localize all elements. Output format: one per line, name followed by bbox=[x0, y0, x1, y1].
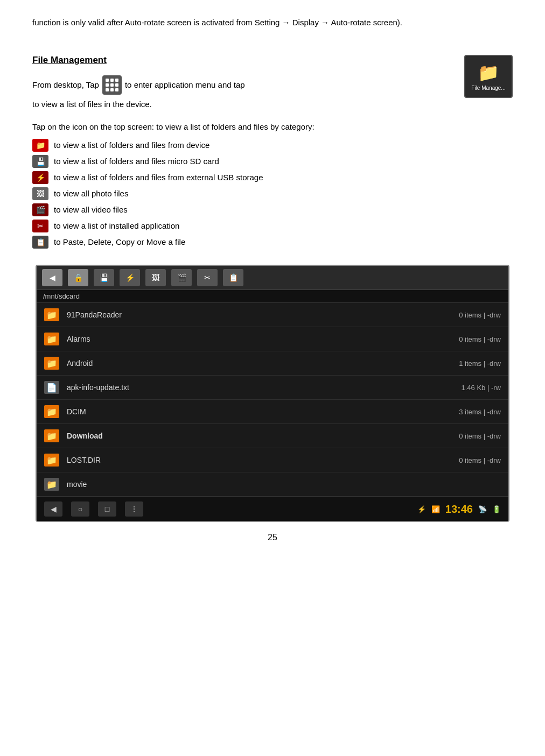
bottom-back-btn[interactable]: ◀ bbox=[44, 501, 62, 517]
middle-text: to enter application menu and tap bbox=[125, 79, 245, 91]
file-row-3[interactable]: 📄 apk-info-update.txt 1.46 Kb | -rw bbox=[37, 376, 508, 400]
battery-icon: 🔋 bbox=[492, 505, 501, 513]
file-row-5[interactable]: 📁 Download 0 items | -drw bbox=[37, 424, 508, 448]
page-number: 25 bbox=[32, 533, 513, 542]
app-drawer-icon bbox=[102, 75, 122, 95]
icon-item-2: ⚡ to view a list of folders and files fr… bbox=[32, 171, 513, 184]
file-manager-icon: 📁 File Manage... bbox=[464, 55, 513, 98]
icon-item-3: 🖼 to view all photo files bbox=[32, 187, 513, 200]
section-title: File Management bbox=[32, 55, 453, 66]
icon-item-label-5: to view a list of installed application bbox=[54, 220, 179, 232]
app-icon: ✂ bbox=[32, 220, 48, 232]
toolbar-paste-btn[interactable]: 📋 bbox=[223, 269, 243, 286]
icon-list: 📁 to view a list of folders and files fr… bbox=[32, 139, 513, 249]
toolbar-app-btn[interactable]: ✂ bbox=[197, 269, 218, 286]
file-name-0: 91PandaReader bbox=[67, 310, 459, 319]
toolbar-back-btn[interactable]: ◀ bbox=[42, 269, 62, 286]
end-text: to view a list of files in the device. bbox=[32, 98, 453, 111]
file-row-7[interactable]: 📁 movie bbox=[37, 472, 508, 497]
folder-icon-7: 📁 bbox=[44, 478, 59, 491]
file-meta-2: 1 items | -drw bbox=[459, 359, 501, 368]
bottom-home-btn[interactable]: ○ bbox=[71, 501, 89, 517]
file-management-header: File Management From desktop, Tap to ent… bbox=[32, 55, 513, 115]
from-desktop-text: From desktop, Tap bbox=[32, 79, 99, 91]
paste-icon: 📋 bbox=[32, 236, 48, 249]
time-display: 13:46 bbox=[445, 503, 473, 515]
file-meta-5: 0 items | -drw bbox=[459, 432, 501, 440]
video-icon: 🎬 bbox=[32, 203, 48, 216]
file-name-3: apk-info-update.txt bbox=[67, 383, 462, 392]
icon-item-1: 💾 to view a list of folders and files mi… bbox=[32, 155, 513, 168]
toolbar-video-btn[interactable]: 🎬 bbox=[171, 269, 192, 286]
file-list: 📁 91PandaReader 0 items | -drw 📁 Alarms … bbox=[37, 303, 508, 497]
folder-icon-5: 📁 bbox=[44, 429, 59, 442]
toolbar-sd-btn[interactable]: 💾 bbox=[94, 269, 114, 286]
path-bar: /mnt/sdcard bbox=[37, 290, 508, 303]
photo-icon: 🖼 bbox=[32, 187, 48, 200]
file-name-2: Android bbox=[67, 359, 459, 368]
file-manager-screenshot: ◀ 🔒 💾 ⚡ 🖼 🎬 ✂ 📋 /mnt/sdcard 📁 91PandaRea… bbox=[36, 265, 509, 522]
icon-item-6: 📋 to Paste, Delete, Copy or Move a file bbox=[32, 236, 513, 249]
icon-item-label-1: to view a list of folders and files micr… bbox=[54, 156, 219, 168]
screenshot-toolbar: ◀ 🔒 💾 ⚡ 🖼 🎬 ✂ 📋 bbox=[37, 266, 508, 290]
device-icon: 📁 bbox=[32, 139, 48, 152]
folder-icon-0: 📁 bbox=[44, 308, 59, 321]
file-row-6[interactable]: 📁 LOST.DIR 0 items | -drw bbox=[37, 448, 508, 472]
file-row-0[interactable]: 📁 91PandaReader 0 items | -drw bbox=[37, 303, 508, 327]
usb-status-icon: ⚡ bbox=[417, 505, 426, 513]
file-row-2[interactable]: 📁 Android 1 items | -drw bbox=[37, 351, 508, 376]
usb-icon: ⚡ bbox=[32, 171, 48, 184]
bottom-recent-btn[interactable]: □ bbox=[98, 501, 116, 517]
tap-line: Tap on the icon on the top screen: to vi… bbox=[32, 121, 513, 133]
icon-item-label-4: to view all video files bbox=[54, 204, 128, 216]
file-name-1: Alarms bbox=[67, 335, 459, 343]
toolbar-device-btn[interactable]: 🔒 bbox=[68, 269, 88, 286]
icon-item-label-0: to view a list of folders and files from… bbox=[54, 139, 209, 152]
file-name-4: DCIM bbox=[67, 407, 459, 416]
folder-icon-1: 📁 bbox=[44, 333, 59, 345]
file-meta-6: 0 items | -drw bbox=[459, 456, 501, 464]
folder-icon-4: 📁 bbox=[44, 405, 59, 418]
file-name-5: Download bbox=[67, 432, 459, 440]
wifi-icon: 📶 bbox=[431, 505, 440, 513]
toolbar-usb-btn[interactable]: ⚡ bbox=[120, 269, 140, 286]
file-meta-3: 1.46 Kb | -rw bbox=[462, 384, 501, 392]
folder-graphic: 📁 bbox=[478, 62, 499, 83]
file-meta-1: 0 items | -drw bbox=[459, 335, 501, 343]
screenshot-bottom-bar: ◀ ○ □ ⋮ ⚡ 📶 13:46 📡 🔋 bbox=[37, 497, 508, 521]
file-name-6: LOST.DIR bbox=[67, 456, 459, 464]
icon-item-label-2: to view a list of folders and files from… bbox=[54, 172, 263, 184]
file-name-7: movie bbox=[67, 480, 501, 489]
folder-icon-6: 📁 bbox=[44, 454, 59, 467]
from-desktop-row: From desktop, Tap to enter application m… bbox=[32, 75, 453, 95]
signal-icon: 📡 bbox=[478, 505, 487, 513]
intro-text: function is only valid after Auto-rotate… bbox=[32, 16, 513, 29]
toolbar-photo-btn[interactable]: 🖼 bbox=[145, 269, 166, 286]
icon-item-label-3: to view all photo files bbox=[54, 188, 128, 200]
folder-icon-2: 📁 bbox=[44, 357, 59, 370]
file-meta-4: 3 items | -drw bbox=[459, 408, 501, 416]
file-meta-0: 0 items | -drw bbox=[459, 311, 501, 319]
icon-item-label-6: to Paste, Delete, Copy or Move a file bbox=[54, 236, 185, 249]
icon-item-0: 📁 to view a list of folders and files fr… bbox=[32, 139, 513, 152]
bottom-menu-btn[interactable]: ⋮ bbox=[125, 501, 143, 517]
icon-item-5: ✂ to view a list of installed applicatio… bbox=[32, 220, 513, 232]
icon-item-4: 🎬 to view all video files bbox=[32, 203, 513, 216]
file-icon-3: 📄 bbox=[44, 381, 59, 394]
file-manager-label: File Manage... bbox=[471, 85, 505, 91]
bottom-bar-right: ⚡ 📶 13:46 📡 🔋 bbox=[417, 503, 501, 515]
file-row-1[interactable]: 📁 Alarms 0 items | -drw bbox=[37, 327, 508, 351]
file-row-4[interactable]: 📁 DCIM 3 items | -drw bbox=[37, 400, 508, 424]
sd-icon: 💾 bbox=[32, 155, 48, 168]
